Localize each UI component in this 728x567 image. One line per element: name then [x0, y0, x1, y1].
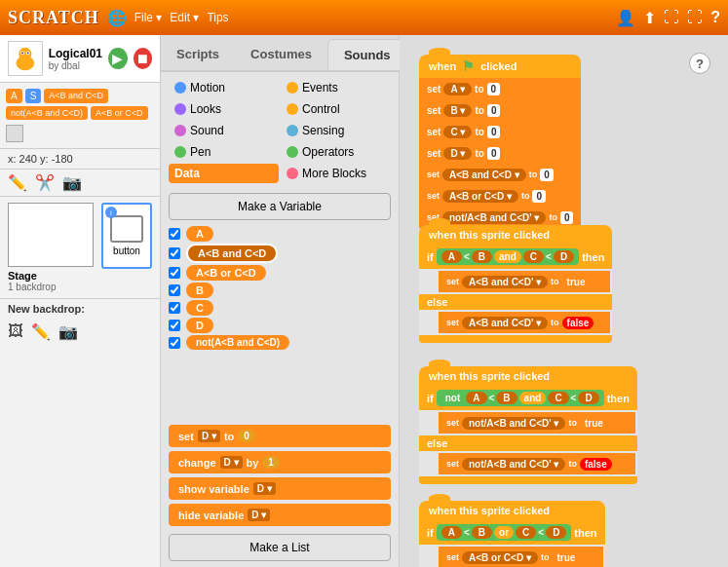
image-icon[interactable]: 🖼 — [8, 322, 23, 341]
var-checkbox-c[interactable] — [169, 302, 180, 314]
set-b-block[interactable]: set B ▾ to 0 — [419, 99, 581, 121]
var-checkbox-not[interactable] — [169, 337, 180, 349]
category-sensing[interactable]: Sensing — [281, 121, 391, 140]
var-c-ref: C ▾ — [443, 126, 472, 138]
if-block-2[interactable]: if A < B and C < D then — [419, 245, 612, 269]
set-a-block[interactable]: set A ▾ to 0 — [419, 78, 581, 99]
category-sensing-label: Sensing — [302, 124, 344, 137]
tab-costumes[interactable]: Costumes — [235, 39, 327, 70]
var-pill-b[interactable]: B — [186, 283, 213, 298]
false-val-2: false — [562, 317, 594, 329]
var-pill-abcd-or[interactable]: A<B or C<D — [186, 265, 266, 281]
category-motion[interactable]: Motion — [169, 78, 279, 97]
or-label-4: or — [494, 526, 514, 539]
else-label-3: else — [419, 435, 637, 451]
category-control[interactable]: Control — [281, 99, 391, 119]
var-pill-a[interactable]: A — [186, 226, 213, 242]
camera2-icon[interactable]: 📷 — [58, 322, 78, 341]
set-d-block[interactable]: set D ▾ to 0 — [419, 142, 581, 164]
var-pill-d[interactable]: D — [186, 318, 213, 333]
val-0-3: 0 — [487, 126, 501, 138]
set-var-dropdown[interactable]: D ▾ — [198, 430, 220, 442]
change-variable-block[interactable]: change D ▾ by 1 — [169, 451, 391, 473]
stage-label: Stage — [8, 270, 94, 282]
category-data[interactable]: Data — [169, 164, 279, 183]
upload-icon[interactable]: ⬆ — [643, 9, 656, 27]
sprite-item-button[interactable]: i button — [101, 203, 152, 269]
set-abcd-true[interactable]: set A<B and C<D' ▾ to true — [439, 271, 610, 292]
change-value[interactable]: 1 — [262, 456, 280, 469]
camera-icon[interactable]: 📷 — [62, 173, 82, 192]
shrink-icon[interactable]: ⛶ — [687, 9, 703, 26]
var-not-f: not/A<B and C<D' ▾ — [462, 458, 565, 471]
sprite-info-icon[interactable]: i — [105, 207, 117, 218]
person-icon[interactable]: 👤 — [616, 9, 635, 27]
var-pill-not[interactable]: not(A<B and C<D) — [186, 335, 289, 350]
paintbrush-icon[interactable]: ✏️ — [8, 173, 27, 192]
category-pen[interactable]: Pen — [169, 142, 279, 162]
paint-icon[interactable]: ✏️ — [31, 322, 51, 341]
help-button[interactable]: ? — [689, 53, 710, 74]
when-sprite-clicked-hat-4[interactable]: when this sprite clicked — [419, 501, 605, 520]
set-variable-block[interactable]: set D ▾ to 0 — [169, 425, 391, 447]
show-var-dropdown[interactable]: D ▾ — [253, 482, 276, 495]
set-abcd-block[interactable]: set A<B and C<D ▾ to 0 — [419, 164, 581, 185]
if-block-4[interactable]: if A < B or C < D then — [419, 520, 605, 545]
globe-icon[interactable]: 🌐 — [107, 9, 127, 27]
set-or-true[interactable]: set A<B or C<D ▾ to true — [439, 547, 603, 567]
sprite-name: Logical01 — [49, 47, 102, 60]
set-abcd-or-block[interactable]: set A<B or C<D ▾ to 0 — [419, 185, 581, 207]
set-abcd-false[interactable]: set A<B and C<D' ▾ to false — [439, 312, 610, 333]
when-sprite-clicked-hat-2[interactable]: when this sprite clicked — [419, 225, 612, 245]
val-0-1: 0 — [487, 83, 501, 95]
var-checkbox-b[interactable] — [169, 284, 180, 296]
category-operators[interactable]: Operators — [281, 142, 391, 162]
if-label-3: if — [427, 393, 434, 404]
green-flag-button[interactable]: ▶ — [108, 48, 127, 69]
var-block-not: not(A<B and C<D) — [6, 106, 88, 120]
category-motion-label: Motion — [190, 81, 225, 94]
cut-icon[interactable]: ✂️ — [35, 173, 55, 192]
set-not-false[interactable]: set not/A<B and C<D' ▾ to false — [439, 453, 635, 474]
hat4-label: when this sprite clicked — [429, 505, 550, 516]
var-pill-c[interactable]: C — [186, 300, 213, 316]
edit-menu[interactable]: Edit ▾ — [170, 11, 199, 24]
lt-3: < — [489, 393, 495, 403]
make-variable-button[interactable]: Make a Variable — [169, 193, 391, 220]
var-checkbox-d[interactable] — [169, 320, 180, 331]
tips-menu[interactable]: Tips — [207, 11, 228, 24]
sprite-item-label: button — [113, 246, 140, 256]
tab-scripts[interactable]: Scripts — [161, 39, 235, 70]
set-not-true[interactable]: set not/A<B and C<D' ▾ to true — [439, 412, 635, 434]
category-events[interactable]: Events — [281, 78, 391, 97]
cond-a-3: A — [466, 392, 486, 404]
change-var-dropdown[interactable]: D ▾ — [220, 456, 243, 469]
then-label-2: then — [582, 251, 604, 263]
show-variable-block[interactable]: show variable D ▾ — [169, 477, 391, 500]
tab-sounds[interactable]: Sounds — [327, 39, 407, 70]
set-c-block[interactable]: set C ▾ to 0 — [419, 121, 581, 142]
fullscreen-icon[interactable]: ⛶ — [664, 9, 679, 26]
var-checkbox-abcd[interactable] — [169, 247, 180, 259]
var-pill-abcd[interactable]: A<B and C<D — [186, 244, 278, 263]
when-clicked-hat[interactable]: when ⚑ clicked — [419, 55, 581, 78]
category-looks[interactable]: Looks — [169, 99, 279, 119]
hide-var-dropdown[interactable]: D ▾ — [248, 509, 270, 521]
file-menu[interactable]: File ▾ — [134, 11, 163, 24]
stop-button[interactable]: ⏹ — [134, 48, 152, 69]
var-checkbox-abcd-or[interactable] — [169, 267, 180, 279]
if-block-3[interactable]: if not A < B and C < D then — [419, 386, 637, 410]
help-icon[interactable]: ? — [710, 9, 720, 26]
category-more-blocks[interactable]: More Blocks — [281, 164, 391, 183]
cond-a-4: A — [441, 526, 462, 539]
when-sprite-clicked-hat-3[interactable]: when this sprite clicked — [419, 366, 637, 386]
sprite-header: Logical01 by dbal ▶ ⏹ — [0, 35, 160, 83]
hide-variable-block[interactable]: hide variable D ▾ — [169, 504, 391, 526]
var-checkbox-a[interactable] — [169, 228, 180, 240]
condition-block-3: not A < B and C < D — [437, 390, 604, 406]
category-sound[interactable]: Sound — [169, 121, 279, 140]
set-value[interactable]: 0 — [238, 430, 255, 442]
make-list-button[interactable]: Make a List — [169, 534, 391, 561]
var-d-ref: D ▾ — [443, 147, 472, 160]
val-0-6: 0 — [532, 190, 546, 203]
